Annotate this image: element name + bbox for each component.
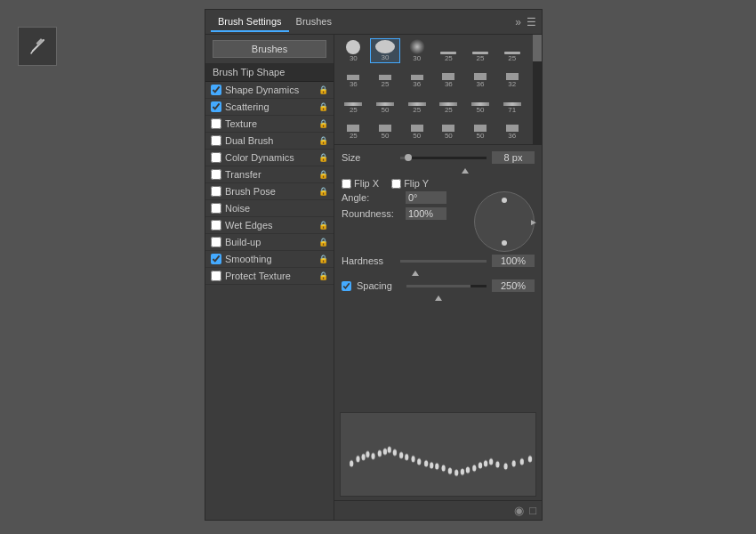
sidebar-item-scattering[interactable]: Scattering🔒 [205, 99, 334, 116]
sidebar-checkbox-11[interactable] [211, 271, 221, 281]
compass-dot-bottom [502, 240, 507, 246]
spacing-row: Spacing [342, 279, 535, 292]
sidebar-checkbox-5[interactable] [211, 169, 221, 180]
compass-dot-top [502, 198, 507, 203]
sidebar-checkbox-0[interactable] [211, 85, 221, 95]
brush-cell-0-2[interactable]: 30 [401, 38, 432, 63]
brush-cell-1-3[interactable]: 36 [433, 64, 464, 89]
brush-cell-3-1[interactable]: 50 [370, 116, 401, 141]
sidebar-label-7: Noise [225, 203, 328, 214]
brush-cell-2-3[interactable]: 25 [433, 90, 464, 115]
sidebar-checkbox-7[interactable] [211, 203, 221, 214]
angle-input[interactable] [406, 191, 446, 204]
brush-cell-0-5[interactable]: 25 [496, 38, 527, 63]
sidebar-item-transfer[interactable]: Transfer🔒 [205, 166, 334, 183]
controls-area: Size Flip X [334, 145, 542, 409]
sidebar-item-shape-dynamics[interactable]: Shape Dynamics🔒 [205, 82, 334, 99]
sidebar-item-protect-texture[interactable]: Protect Texture🔒 [205, 268, 334, 285]
brush-label-3-0: 25 [350, 133, 358, 140]
brush-cell-2-0[interactable]: 25 [338, 90, 369, 115]
sidebar-checkbox-1[interactable] [211, 101, 221, 112]
brush-label-3-4: 50 [477, 133, 485, 140]
sidebar-checkbox-6[interactable] [211, 186, 221, 197]
brush-cell-0-1[interactable]: 30 [370, 38, 401, 63]
panel-menu-icon[interactable]: ☰ [527, 16, 536, 28]
spacing-input[interactable] [492, 279, 535, 292]
eye-icon[interactable]: ◉ [514, 504, 524, 517]
sidebar-item-dual-brush[interactable]: Dual Brush🔒 [205, 133, 334, 150]
sidebar-label-3: Dual Brush [225, 135, 315, 146]
spacing-slider[interactable] [406, 285, 487, 287]
sidebar-item-smoothing[interactable]: Smoothing🔒 [205, 251, 334, 268]
brush-tip-shape-item[interactable]: Brush Tip Shape [205, 63, 334, 82]
sidebar-checkbox-8[interactable] [211, 220, 221, 231]
hardness-slider[interactable] [400, 260, 487, 263]
brush-cell-0-3[interactable]: 25 [433, 38, 464, 63]
sidebar-item-texture[interactable]: Texture🔒 [205, 116, 334, 133]
lock-icon-0: 🔒 [318, 85, 328, 94]
brush-grid-scrollbar[interactable] [533, 35, 542, 144]
brush-cell-3-2[interactable]: 50 [401, 116, 432, 141]
brush-cell-1-2[interactable]: 36 [401, 64, 432, 89]
sidebar-item-noise[interactable]: Noise [205, 200, 334, 217]
sidebar-label-1: Scattering [225, 101, 315, 112]
roundness-input[interactable] [406, 207, 446, 220]
brush-tool-icon[interactable] [18, 27, 57, 66]
sidebar-checkbox-10[interactable] [211, 254, 221, 264]
brush-cell-2-4[interactable]: 50 [465, 90, 496, 115]
spacing-arrow-up[interactable] [435, 295, 442, 301]
flip-row: Flip X Flip Y [342, 178, 535, 189]
brush-cell-0-0[interactable]: 30 [338, 38, 369, 63]
flip-x-item: Flip X [342, 178, 379, 189]
brush-label-2-2: 25 [413, 107, 421, 114]
spacing-checkbox[interactable] [342, 281, 351, 291]
tab-brushes[interactable]: Brushes [289, 12, 339, 32]
size-label: Size [342, 152, 395, 163]
brush-label-1-0: 36 [350, 81, 358, 88]
lock-icon-8: 🔒 [318, 221, 328, 230]
sidebar-label-8: Wet Edges [225, 220, 315, 231]
brush-cell-3-3[interactable]: 50 [433, 116, 464, 141]
hardness-label: Hardness [342, 255, 395, 266]
brush-cell-3-4[interactable]: 50 [465, 116, 496, 141]
brush-cell-3-5[interactable]: 36 [496, 116, 527, 141]
sidebar-checkbox-3[interactable] [211, 135, 221, 146]
panel-forward-icon[interactable]: » [515, 16, 521, 28]
lock-icon-1: 🔒 [318, 102, 328, 111]
brush-cell-1-5[interactable]: 32 [496, 64, 527, 89]
brush-preview [340, 412, 536, 497]
lock-icon-9: 🔒 [318, 238, 328, 247]
brush-cell-3-0[interactable]: 25 [338, 116, 369, 141]
size-slider[interactable] [400, 157, 487, 159]
brush-cell-2-5[interactable]: 71 [496, 90, 527, 115]
sidebar-item-brush-pose[interactable]: Brush Pose🔒 [205, 183, 334, 200]
lock-icon-10: 🔒 [318, 255, 328, 263]
flip-y-checkbox[interactable] [391, 179, 401, 189]
flip-y-label: Flip Y [404, 178, 429, 189]
brush-label-1-2: 36 [413, 81, 421, 88]
sidebar-label-6: Brush Pose [225, 186, 315, 197]
sidebar-item-color-dynamics[interactable]: Color Dynamics🔒 [205, 150, 334, 166]
brush-cell-1-0[interactable]: 36 [338, 64, 369, 89]
sidebar-item-build-up[interactable]: Build-up🔒 [205, 234, 334, 251]
sidebar-checkbox-4[interactable] [211, 152, 221, 163]
brush-cell-0-4[interactable]: 25 [465, 38, 496, 63]
brush-cell-1-4[interactable]: 36 [465, 64, 496, 89]
hardness-arrow-up[interactable] [412, 271, 419, 276]
brush-cell-2-1[interactable]: 50 [370, 90, 401, 115]
sidebar-item-wet-edges[interactable]: Wet Edges🔒 [205, 217, 334, 234]
sidebar-checkbox-9[interactable] [211, 237, 221, 247]
tab-brush-settings[interactable]: Brush Settings [211, 12, 289, 32]
size-arrow-up[interactable] [462, 168, 469, 174]
new-brush-icon[interactable]: □ [529, 504, 536, 517]
flip-x-checkbox[interactable] [342, 179, 351, 189]
content-area: 3030302525253625363636322550252550712550… [334, 35, 542, 520]
hardness-input[interactable] [492, 255, 535, 267]
brushes-button[interactable]: Brushes [213, 40, 326, 58]
compass-widget[interactable] [474, 191, 535, 252]
brush-cell-2-2[interactable]: 25 [401, 90, 432, 115]
sidebar-checkbox-2[interactable] [211, 118, 221, 129]
brush-cell-1-1[interactable]: 25 [370, 64, 401, 89]
lock-icon-5: 🔒 [318, 170, 328, 179]
size-input[interactable] [492, 151, 535, 164]
